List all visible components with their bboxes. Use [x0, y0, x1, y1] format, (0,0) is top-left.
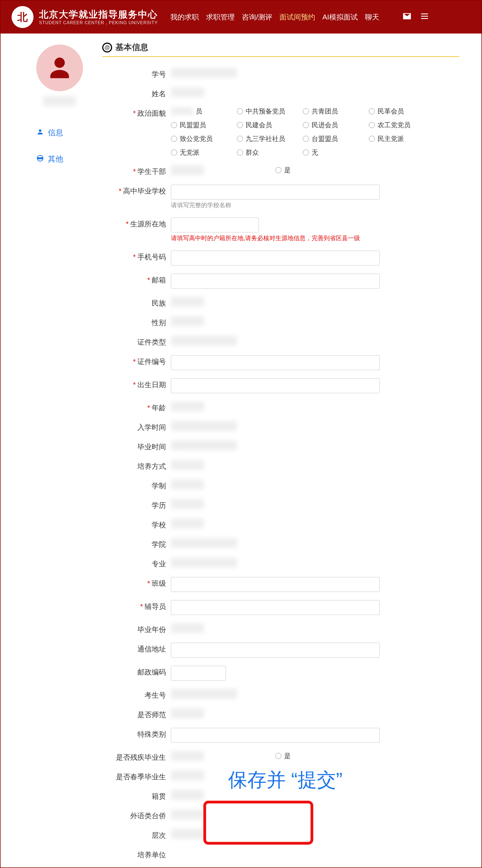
- label-disability: 是否残疾毕业生: [116, 753, 166, 762]
- political-opt-3[interactable]: 民革会员: [369, 107, 432, 116]
- value-native: [171, 790, 204, 800]
- input-address[interactable]: [171, 643, 380, 657]
- political-opt-14[interactable]: 无: [303, 148, 366, 157]
- value-gradtime: [171, 440, 237, 451]
- label-address: 通信地址: [138, 645, 166, 653]
- input-email[interactable]: [171, 274, 380, 288]
- nav-chat[interactable]: 聊天: [365, 12, 379, 22]
- value-gender: [171, 316, 204, 326]
- label-origin: 生源所在地: [130, 220, 166, 228]
- top-nav: 北 北京大学就业指导服务中心 STUDENT CAREER CENTER , P…: [1, 1, 481, 33]
- label-major: 专业: [152, 560, 166, 568]
- label-spring: 是否春季毕业生: [116, 773, 166, 781]
- sidebar: 信息 其他: [23, 42, 97, 868]
- value-college: [171, 538, 237, 548]
- hint-highschool: 请填写完整的学校名称: [171, 201, 451, 209]
- political-opt-9[interactable]: 九三学社社员: [237, 134, 300, 143]
- political-opt-1[interactable]: 中共预备党员: [237, 107, 300, 116]
- label-normal: 是否师范: [138, 711, 166, 719]
- political-opt-4[interactable]: 民盟盟员: [171, 121, 234, 129]
- annotation-text: 保存并 “提交”: [228, 767, 342, 793]
- label-ethnic: 民族: [152, 299, 166, 307]
- content: @ 基本信息 学号 姓名 *政治面貌 员 中共预备党员 共青团员 民革会员: [97, 42, 459, 868]
- political-opt-5[interactable]: 民建会员: [237, 121, 300, 129]
- user-slot[interactable]: [438, 9, 471, 25]
- nav-ai-interview[interactable]: AI模拟面试: [322, 12, 358, 22]
- label-trainunit: 培养单位: [138, 851, 166, 859]
- political-opt-8[interactable]: 致公党党员: [171, 134, 234, 143]
- value-age: [171, 401, 204, 411]
- input-class[interactable]: [171, 577, 380, 592]
- political-opt-6[interactable]: 民进会员: [303, 121, 366, 129]
- label-political: 政治面貌: [138, 109, 166, 117]
- nav-job-mgmt[interactable]: 求职管理: [206, 12, 235, 22]
- brand-title: 北京大学就业指导服务中心: [39, 9, 158, 20]
- avatar[interactable]: [36, 44, 83, 91]
- political-opt-2[interactable]: 共青团员: [303, 107, 366, 116]
- input-phone[interactable]: [171, 251, 380, 266]
- label-student-id: 学号: [152, 70, 166, 78]
- label-level: 层次: [152, 831, 166, 839]
- label-special: 特殊类别: [138, 730, 166, 738]
- value-overseas: [171, 809, 204, 819]
- value-level: [171, 829, 204, 839]
- input-postcode[interactable]: [171, 666, 226, 681]
- label-name: 姓名: [152, 90, 166, 98]
- political-opt-12[interactable]: 无党派: [171, 148, 234, 157]
- value-system: [171, 479, 204, 489]
- at-icon: @: [102, 42, 112, 53]
- value-normal: [171, 708, 204, 718]
- value-school: [171, 519, 204, 528]
- label-birth: 出生日期: [138, 380, 166, 389]
- label-system: 学制: [152, 482, 166, 490]
- political-opt-13[interactable]: 群众: [237, 148, 300, 157]
- label-gender: 性别: [152, 318, 166, 327]
- sidebar-item-label: 信息: [48, 127, 63, 138]
- value-enroll: [171, 421, 237, 431]
- sidebar-item-info[interactable]: 信息: [23, 123, 97, 143]
- label-postcode: 邮政编码: [138, 668, 166, 676]
- input-origin[interactable]: [171, 218, 259, 232]
- value-student-id: [171, 68, 237, 78]
- label-enroll: 入学时间: [138, 423, 166, 431]
- label-college: 学院: [152, 540, 166, 549]
- cadre-yes[interactable]: 是: [275, 166, 291, 175]
- section-title: @ 基本信息: [102, 42, 459, 53]
- input-idno[interactable]: [171, 355, 380, 370]
- label-gradtime: 毕业时间: [138, 443, 166, 451]
- label-overseas: 外语类台侨: [130, 812, 166, 820]
- label-class: 班级: [152, 579, 166, 587]
- label-advisor: 辅导员: [145, 602, 166, 611]
- label-idno: 证件编号: [138, 358, 166, 366]
- political-opt-7[interactable]: 农工党党员: [369, 121, 432, 129]
- nav-interview-booking[interactable]: 面试间预约: [279, 12, 315, 22]
- value-idtype: [171, 336, 237, 346]
- input-highschool[interactable]: [171, 185, 380, 199]
- mail-icon[interactable]: [402, 11, 412, 23]
- nav-my-job[interactable]: 我的求职: [170, 12, 199, 22]
- globe-icon: [36, 154, 44, 164]
- political-opt-11[interactable]: 民主党派: [369, 134, 432, 143]
- value-disability: [171, 751, 204, 761]
- sidebar-item-other[interactable]: 其他: [23, 149, 97, 169]
- input-advisor[interactable]: [171, 600, 380, 615]
- hint-origin: 请填写高中时的户籍所在地,请务必核对生源地信息，完善到省区县一级: [171, 234, 451, 242]
- political-opt-0[interactable]: 员: [171, 107, 234, 116]
- menu-icon[interactable]: [420, 11, 429, 23]
- nav-consult[interactable]: 咨询/测评: [242, 12, 272, 22]
- label-native: 籍贯: [152, 792, 166, 800]
- user-name: [43, 96, 76, 106]
- value-name: [171, 87, 204, 97]
- label-age: 年龄: [152, 404, 166, 412]
- input-special[interactable]: [171, 728, 380, 743]
- user-icon: [36, 128, 44, 138]
- political-opt-10[interactable]: 台盟盟员: [303, 134, 366, 143]
- label-idtype: 证件类型: [138, 338, 166, 346]
- value-major: [171, 558, 237, 567]
- value-degree: [171, 499, 204, 509]
- input-birth[interactable]: [171, 378, 380, 393]
- sidebar-item-label: 其他: [48, 154, 63, 164]
- brand-subtitle: STUDENT CAREER CENTER , PEKING UNIVERSIT…: [39, 20, 158, 25]
- label-cadre: 学生干部: [138, 167, 166, 176]
- disability-yes[interactable]: 是: [275, 751, 291, 760]
